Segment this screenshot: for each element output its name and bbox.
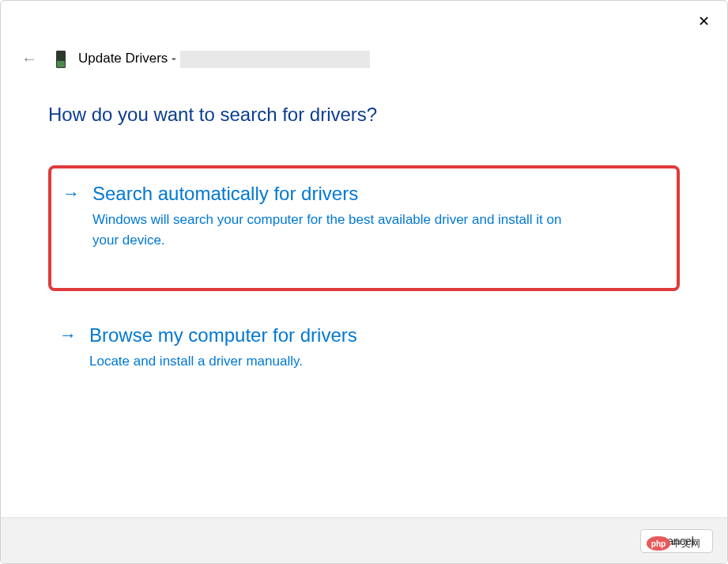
option-title: Search automatically for drivers <box>92 183 661 205</box>
dialog-footer: Cancel <box>1 517 727 563</box>
option-description: Locate and install a driver manually. <box>89 351 587 372</box>
option-browse-computer[interactable]: → Browse my computer for drivers Locate … <box>48 310 680 389</box>
close-button[interactable]: ✕ <box>692 10 715 32</box>
option-title: Browse my computer for drivers <box>89 324 664 346</box>
device-icon <box>56 51 66 68</box>
option-body: Search automatically for drivers Windows… <box>92 183 661 250</box>
main-heading: How do you want to search for drivers? <box>48 104 680 126</box>
back-button[interactable]: ← <box>18 48 40 70</box>
content-area: How do you want to search for drivers? →… <box>48 104 680 408</box>
arrow-right-icon: → <box>59 324 77 347</box>
title-prefix: Update Drivers - <box>78 51 176 66</box>
arrow-right-icon: → <box>62 183 80 206</box>
option-description: Windows will search your computer for th… <box>92 210 590 250</box>
dialog-header: ← Update Drivers - <box>18 48 370 70</box>
cancel-button[interactable]: Cancel <box>640 529 713 553</box>
title-device-name-redacted <box>180 51 370 68</box>
option-body: Browse my computer for drivers Locate an… <box>89 324 664 372</box>
option-search-automatically[interactable]: → Search automatically for drivers Windo… <box>48 165 680 291</box>
close-icon: ✕ <box>698 13 710 30</box>
dialog-title: Update Drivers - <box>78 51 370 68</box>
